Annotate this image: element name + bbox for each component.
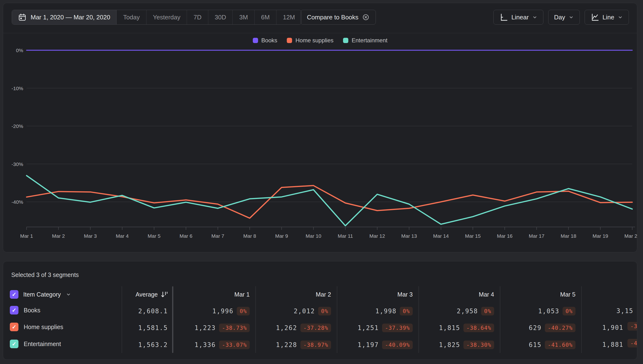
percent-badge: -37.39%: [382, 324, 413, 332]
cell-value: 1,223: [195, 324, 216, 332]
percent-badge: 0%: [563, 307, 575, 316]
y-axis-label: -40%: [12, 199, 23, 205]
x-axis-label: Mar 8: [243, 233, 256, 239]
table-cell: 1,0530%: [500, 306, 575, 317]
percent-badge: 0%: [400, 307, 413, 316]
row-label: Books: [24, 307, 40, 314]
percent-badge: -38.30%: [463, 340, 494, 349]
average-value: 2,608.1: [122, 306, 173, 317]
table-cell: 2,9580%: [419, 306, 494, 317]
table-cell: 615-41.60%: [500, 339, 575, 350]
x-axis-label: Mar 4: [116, 233, 129, 239]
x-axis-label: Mar 10: [306, 233, 321, 239]
table-row-label-entertainment: ✓Entertainment: [10, 340, 61, 348]
segments-table-card: Selected 3 of 3 segments ✓ Item Category…: [3, 261, 637, 360]
category-header: ✓ Item Category: [10, 289, 71, 300]
row-checkbox[interactable]: ✓: [10, 306, 19, 314]
y-axis-label: 0%: [16, 48, 23, 53]
x-axis-label: Mar 1: [20, 233, 33, 239]
column-divider: [581, 286, 582, 353]
row-checkbox[interactable]: ✓: [10, 340, 19, 348]
cell-value-partial: 1,901: [602, 324, 623, 331]
x-axis-label: Mar 7: [211, 233, 224, 239]
cell-value: 1,228: [276, 341, 297, 348]
cell-value: 1,053: [538, 308, 559, 315]
table-row-label-home-supplies: ✓Home supplies: [10, 323, 63, 331]
x-axis-label: Mar 11: [338, 233, 353, 239]
day-column-header: Mar 3: [337, 289, 413, 300]
x-axis-label: Mar 18: [561, 233, 576, 239]
table-cell: 1,228-38.97%: [255, 339, 331, 350]
percent-badge: -33.07%: [219, 340, 250, 349]
x-axis-label: Mar 5: [148, 233, 161, 239]
percent-badge: -41.60%: [545, 340, 575, 349]
day-column-header: Mar 4: [419, 289, 494, 300]
table-cell: 1,223-38.73%: [174, 322, 250, 334]
table-cell: 1,262-37.28%: [255, 322, 331, 334]
day-column-header: Mar 1: [174, 289, 250, 300]
category-header-label: Item Category: [23, 291, 61, 298]
cell-value: 1,825: [439, 341, 460, 348]
table-cell: 2,0120%: [255, 306, 331, 317]
y-axis-label: -20%: [12, 124, 23, 129]
x-axis-label: Mar 16: [497, 233, 513, 239]
cell-value: 1,996: [212, 308, 233, 315]
cell-value-partial: 1,881: [602, 341, 623, 348]
selected-segments-text: Selected 3 of 3 segments: [11, 272, 79, 278]
average-value: 1,581.5: [122, 322, 173, 334]
percent-badge: 0%: [481, 307, 494, 316]
table-row-label-books: ✓Books: [10, 306, 40, 314]
percent-badge-partial: -3: [627, 323, 637, 329]
percent-badge: 0%: [318, 307, 331, 316]
chevron-down-icon[interactable]: [66, 292, 71, 297]
line-chart: 0%-10%-20%-30%-40%Mar 1Mar 2Mar 3Mar 4Ma…: [3, 3, 637, 252]
table-cell: 1,9980%: [337, 306, 413, 317]
table-cell: 1,815-38.64%: [419, 322, 494, 334]
series-line-entertainment: [27, 176, 632, 226]
average-header-label: Average: [136, 291, 158, 298]
table-cell: 1,251-37.39%: [337, 322, 413, 334]
percent-badge: -38.73%: [219, 324, 250, 332]
cell-value: 1,197: [358, 341, 379, 348]
average-column-header[interactable]: Average: [122, 289, 173, 300]
cell-value: 629: [529, 324, 541, 332]
percent-badge: -40.27%: [545, 324, 575, 332]
x-axis-label: Mar 3: [84, 233, 97, 239]
x-axis-label: Mar 13: [401, 233, 417, 239]
x-axis-label: Mar 6: [180, 233, 192, 239]
cell-value: 1,998: [375, 308, 396, 315]
table-cell: 1,197-40.09%: [337, 339, 413, 350]
percent-badge: -3: [627, 322, 637, 330]
percent-badge: -38.64%: [463, 324, 494, 332]
cell-value: 1,262: [276, 324, 297, 332]
cell-value: 2,012: [294, 308, 315, 315]
x-axis-label: Mar 20: [624, 233, 637, 239]
row-label: Entertainment: [24, 340, 61, 348]
y-axis-label: -10%: [12, 86, 23, 91]
x-axis-label: Mar 14: [433, 233, 449, 239]
cell-value: 615: [529, 341, 541, 348]
average-value: 1,563.2: [122, 339, 173, 350]
row-checkbox[interactable]: ✓: [10, 323, 19, 331]
day-column-header: Mar 5: [500, 289, 575, 300]
cell-value: 1,251: [358, 324, 379, 332]
select-all-checkbox[interactable]: ✓: [10, 290, 19, 299]
cell-value: 1,815: [439, 324, 460, 332]
sort-descending-icon: [161, 290, 168, 298]
x-axis-label: Mar 15: [465, 233, 481, 239]
cell-value-partial: 3,15: [616, 307, 633, 314]
table-cell: 1,825-38.30%: [419, 339, 494, 350]
x-axis-label: Mar 9: [275, 233, 288, 239]
percent-badge: -38.97%: [300, 340, 331, 349]
x-axis-label: Mar 17: [529, 233, 544, 239]
percent-badge: -40.09%: [382, 340, 413, 349]
x-axis-label: Mar 12: [369, 233, 385, 239]
percent-badge: -37.28%: [300, 324, 331, 332]
percent-badge: -4: [627, 339, 637, 348]
y-axis-label: -30%: [12, 162, 23, 167]
x-axis-label: Mar 19: [592, 233, 608, 239]
x-axis-label: Mar 2: [52, 233, 65, 239]
row-label: Home supplies: [24, 324, 63, 330]
chart-card: Mar 1, 2020 — Mar 20, 2020 TodayYesterda…: [3, 3, 637, 252]
day-column-header: Mar 2: [255, 289, 331, 300]
